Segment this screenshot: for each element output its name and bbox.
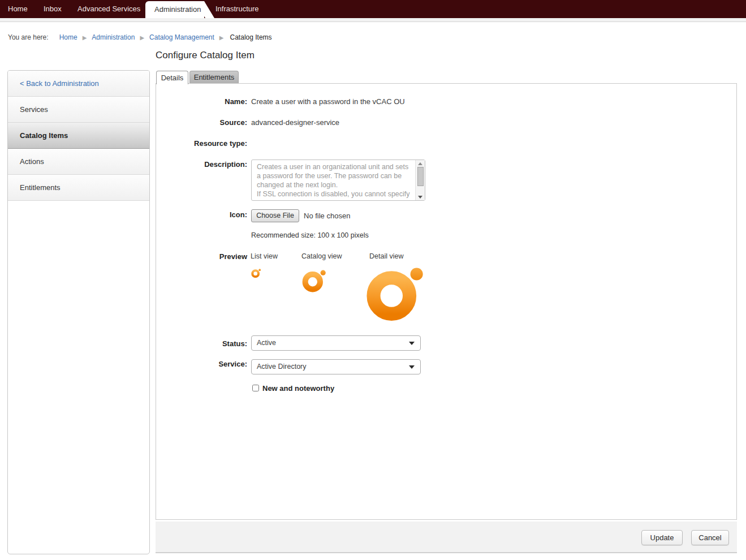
choose-file-button[interactable]: Choose File (251, 209, 299, 222)
nav-item-advanced-services[interactable]: Advanced Services (77, 0, 140, 18)
cancel-button[interactable]: Cancel (691, 530, 729, 545)
description-textarea[interactable]: Creates a user in an organizational unit… (251, 160, 425, 201)
chevron-right-icon: ▶ (83, 35, 87, 41)
tab-entitlements[interactable]: Entitlements (189, 71, 239, 83)
chevron-right-icon: ▶ (219, 35, 224, 41)
nav-item-administration-active[interactable]: Administration (145, 1, 204, 18)
nav-item-home[interactable]: Home (8, 0, 28, 18)
new-and-noteworthy-checkbox[interactable] (252, 385, 259, 391)
breadcrumb-link-catalog-management[interactable]: Catalog Management (149, 33, 214, 41)
update-button[interactable]: Update (641, 530, 683, 545)
chevron-right-icon: ▶ (140, 35, 144, 41)
page-title: Configure Catalog Item (156, 50, 255, 61)
name-value: Create a user with a password in the vCA… (251, 97, 405, 106)
list-view-header: List view (251, 252, 278, 260)
service-select[interactable]: Active Directory (251, 359, 421, 374)
breadcrumb-link-administration[interactable]: Administration (92, 33, 135, 41)
name-label: Name: (161, 97, 247, 106)
service-selected-value: Active Directory (257, 363, 307, 371)
breadcrumb: You are here: Home ▶ Administration ▶ Ca… (8, 33, 272, 41)
scrollbar-thumb[interactable] (417, 167, 424, 186)
scroll-up-icon[interactable] (418, 162, 422, 165)
nav-item-infrastructure[interactable]: Infrastructure (215, 0, 259, 18)
file-chosen-status: No file chosen (304, 212, 350, 220)
breadcrumb-link-home[interactable]: Home (59, 33, 77, 41)
source-label: Source: (161, 118, 247, 127)
sidebar-item-entitlements[interactable]: Entitlements (8, 175, 149, 201)
scroll-down-icon[interactable] (418, 196, 422, 199)
sidebar-back-to-administration[interactable]: < Back to Administration (8, 71, 149, 97)
status-selected-value: Active (257, 339, 276, 347)
nav-item-administration-label: Administration (145, 1, 204, 18)
icon-size-hint: Recommended size: 100 x 100 pixels (251, 231, 369, 239)
sidebar-item-services[interactable]: Services (8, 97, 149, 123)
status-label: Status: (161, 339, 247, 348)
service-label: Service: (161, 360, 247, 368)
sidebar-item-actions[interactable]: Actions (8, 149, 149, 175)
new-and-noteworthy-label: New and noteworthy (262, 384, 334, 393)
vco-orange-ring-icon (251, 269, 261, 278)
breadcrumb-current: Catalog Items (230, 33, 272, 41)
details-panel (156, 83, 737, 520)
description-scrollbar[interactable] (415, 160, 425, 200)
catalog-view-header: Catalog view (301, 252, 342, 260)
description-text: Creates a user in an organizational unit… (252, 160, 415, 200)
status-select[interactable]: Active (251, 335, 421, 351)
top-navbar: Home Inbox Advanced Services Administrat… (0, 0, 746, 18)
icon-label: Icon: (161, 210, 247, 219)
description-label: Description: (161, 160, 247, 169)
chevron-down-icon (409, 365, 415, 369)
source-value: advanced-designer-service (251, 118, 339, 127)
chevron-down-icon (409, 342, 415, 345)
preview-label: Preview (161, 252, 247, 261)
navbar-substrip (0, 18, 746, 22)
tab-details[interactable]: Details (156, 71, 188, 84)
sidebar-item-catalog-items[interactable]: Catalog Items (8, 123, 149, 149)
detail-view-header: Detail view (369, 252, 403, 260)
nav-item-inbox[interactable]: Inbox (44, 0, 62, 18)
breadcrumb-prefix: You are here: (8, 33, 49, 41)
vco-orange-ring-icon (302, 270, 327, 292)
vco-orange-ring-icon (366, 267, 426, 321)
resource-type-label: Resource type: (161, 139, 247, 148)
sidebar: < Back to Administration Services Catalo… (7, 70, 150, 554)
